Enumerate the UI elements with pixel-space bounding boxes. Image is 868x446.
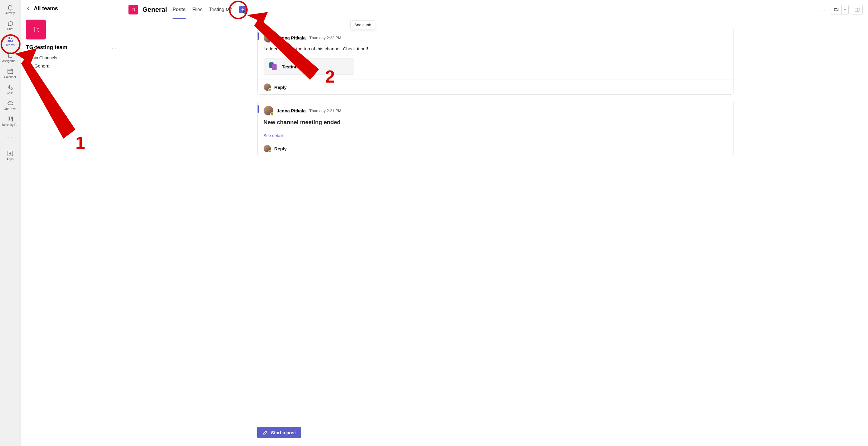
header-more-button[interactable]: ... <box>818 6 828 13</box>
avatar <box>264 106 273 115</box>
open-panel-button[interactable] <box>852 5 863 14</box>
channel-tabs: Posts Files Testing tab <box>173 0 246 19</box>
teams-panel: All teams Tt TG-testing team ... Main Ch… <box>21 0 123 446</box>
tab-attachment[interactable]: Testing 1 <box>264 59 354 75</box>
attachment-name: Testing 1 <box>282 64 302 69</box>
meet-dropdown-button[interactable] <box>841 5 849 14</box>
rail-label: Calls <box>7 91 13 95</box>
presence-available-icon <box>270 39 274 43</box>
app-rail: Activity Chat Teams Assignme... Calendar <box>0 0 21 446</box>
svg-point-1 <box>11 38 12 39</box>
rail-onedrive[interactable]: OneDrive <box>1 98 19 112</box>
bag-icon <box>7 52 14 59</box>
team-avatar-tile[interactable]: Tt <box>26 20 46 39</box>
start-post-button[interactable]: Start a post <box>257 427 302 438</box>
rail-label: Chat <box>7 27 13 31</box>
rail-tasks[interactable]: Tasks by P... <box>1 114 19 128</box>
meet-button[interactable] <box>831 5 841 14</box>
presence-available-icon <box>270 112 274 116</box>
reply-label: Reply <box>275 146 287 151</box>
channel-header: Tt General Posts Files Testing tab ... <box>123 0 868 19</box>
channel-title: General <box>142 6 167 13</box>
cloud-icon <box>7 99 14 107</box>
rail-more[interactable]: ... <box>1 131 19 141</box>
rail-teams[interactable]: Teams <box>1 34 19 48</box>
rail-label: Activity <box>5 11 15 15</box>
team-tile-initials: Tt <box>33 25 39 34</box>
post-body: I added a tab at the top of this channel… <box>257 45 734 56</box>
post-body: New channel meeting ended <box>257 118 734 130</box>
svg-rect-3 <box>8 117 9 120</box>
svg-point-0 <box>8 37 10 39</box>
planner-icon <box>7 115 14 123</box>
phone-icon <box>7 83 14 91</box>
avatar <box>264 145 271 152</box>
rail-label: Apps <box>7 158 13 161</box>
channel-item-general[interactable]: General <box>21 62 123 70</box>
svg-rect-5 <box>12 117 12 122</box>
rail-label: Tasks by P... <box>2 123 19 127</box>
post-author[interactable]: Jenna Pitkälä <box>277 35 306 40</box>
post-author[interactable]: Jenna Pitkälä <box>277 108 306 113</box>
post-timestamp: Thursday 2:22 PM <box>309 36 341 40</box>
rail-label: Calendar <box>4 75 16 79</box>
tab-files[interactable]: Files <box>192 0 203 19</box>
reply-button[interactable]: Reply <box>257 80 734 94</box>
see-details-link[interactable]: See details <box>257 130 734 141</box>
channel-avatar-tile: Tt <box>128 5 138 14</box>
chat-icon <box>7 20 14 27</box>
channel-tile-initials: Tt <box>132 7 135 12</box>
svg-rect-2 <box>7 69 13 74</box>
svg-rect-4 <box>10 117 11 119</box>
post-timestamp: Thursday 2:21 PM <box>309 108 341 113</box>
ellipsis-icon: ... <box>7 133 13 140</box>
rail-label: Teams <box>6 43 14 47</box>
svg-rect-8 <box>855 8 859 11</box>
team-more-button[interactable]: ... <box>112 45 117 50</box>
post-card: Jenna Pitkälä Thursday 2:22 PM I added a… <box>257 28 734 95</box>
calendar-icon <box>7 68 14 75</box>
avatar <box>264 33 273 42</box>
tab-testing-tab[interactable]: Testing tab <box>209 0 232 19</box>
add-tab-tooltip: Add a tab <box>350 21 375 29</box>
main-content: Tt General Posts Files Testing tab ... <box>123 0 868 446</box>
team-name: TG-testing team <box>26 44 67 50</box>
apps-icon <box>7 150 14 157</box>
teams-icon <box>7 36 14 43</box>
reply-button[interactable]: Reply <box>257 141 734 156</box>
add-tab-button[interactable] <box>239 6 246 13</box>
presence-available-icon <box>269 150 272 153</box>
rail-chat[interactable]: Chat <box>1 18 19 33</box>
start-post-label: Start a post <box>271 430 296 435</box>
rail-assignments[interactable]: Assignme... <box>1 50 19 65</box>
tab-posts[interactable]: Posts <box>173 0 186 19</box>
presence-available-icon <box>269 88 272 91</box>
all-teams-button[interactable]: All teams <box>21 3 123 14</box>
reply-label: Reply <box>275 85 287 90</box>
rail-calendar[interactable]: Calendar <box>1 66 19 80</box>
rail-calls[interactable]: Calls <box>1 82 19 96</box>
bell-icon <box>7 4 14 11</box>
posts-feed: Jenna Pitkälä Thursday 2:22 PM I added a… <box>123 19 868 446</box>
rail-apps[interactable]: Apps <box>1 148 19 163</box>
all-teams-label: All teams <box>34 5 58 12</box>
rail-label: OneDrive <box>4 107 16 111</box>
planner-app-icon <box>268 62 278 71</box>
channel-section-label: Main Channels <box>21 53 123 62</box>
post-card: Jenna Pitkälä Thursday 2:21 PM New chann… <box>257 101 734 156</box>
rail-label: Assignme... <box>2 59 18 63</box>
svg-rect-7 <box>834 8 837 11</box>
avatar <box>264 83 271 91</box>
rail-activity[interactable]: Activity <box>1 2 19 16</box>
chevron-left-icon <box>26 6 31 11</box>
meet-button-group <box>831 5 849 14</box>
